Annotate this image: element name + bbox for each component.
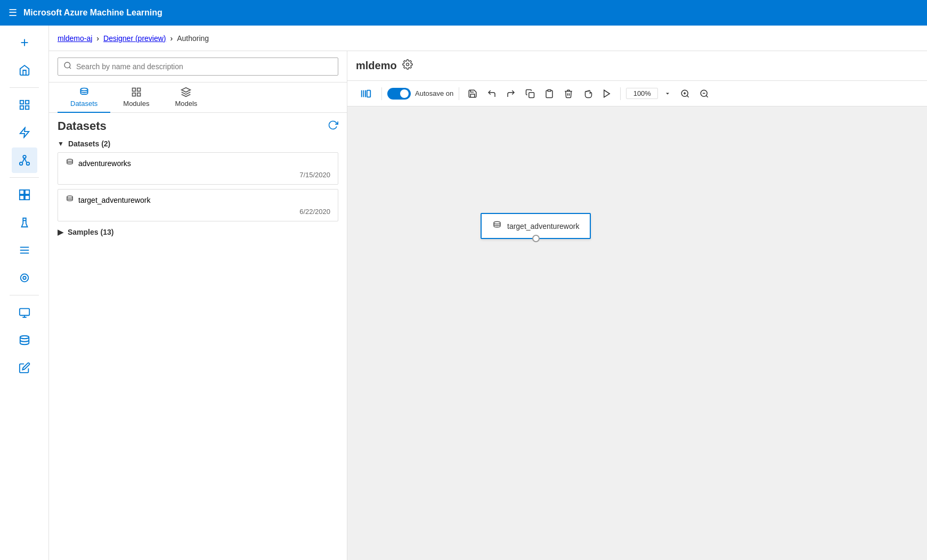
svg-point-20 — [23, 276, 26, 279]
datasets-group-header[interactable]: ▼ Datasets (2) — [58, 139, 338, 148]
zoom-in-button[interactable] — [677, 87, 693, 101]
toolbar-sep-3 — [620, 87, 621, 100]
nav-models-list[interactable] — [12, 237, 37, 263]
undo-button[interactable] — [484, 87, 500, 101]
breadcrumb-bar: mldemo-aj › Designer (preview) › Authori… — [49, 26, 927, 51]
tab-modules[interactable]: Modules — [110, 83, 162, 113]
canvas-toolbar: Autosave on — [347, 81, 927, 106]
settings-icon-button[interactable] — [402, 59, 413, 72]
nav-storage[interactable] — [12, 327, 37, 353]
svg-point-35 — [406, 63, 409, 66]
svg-rect-4 — [25, 106, 28, 109]
samples-chevron-icon: ▶ — [58, 228, 63, 236]
dataset-icon-target — [66, 195, 74, 205]
library-button[interactable] — [356, 86, 376, 102]
datasets-chevron-icon: ▼ — [58, 140, 64, 147]
search-input[interactable] — [76, 62, 332, 71]
svg-point-21 — [20, 274, 28, 282]
redo-button[interactable] — [503, 87, 519, 101]
pan-button[interactable] — [580, 87, 596, 101]
panels-row: Datasets Modules Models Datasets — [49, 51, 927, 560]
toolbar-sep-2 — [459, 87, 459, 100]
breadcrumb-section[interactable]: Designer (preview) — [103, 34, 166, 43]
tab-modules-label: Modules — [123, 100, 149, 108]
dataset-row-1: adventureworks — [66, 158, 330, 169]
app-title: Microsoft Azure Machine Learning — [23, 8, 162, 18]
dataset-name-target: target_adventurework — [78, 196, 150, 204]
svg-point-34 — [67, 196, 73, 198]
datasets-header: Datasets — [58, 119, 338, 133]
dataset-name-adventureworks: adventureworks — [78, 159, 131, 168]
nav-notebooks[interactable] — [12, 355, 37, 381]
canvas-title-area: mldemo — [347, 51, 927, 81]
refresh-button[interactable] — [328, 120, 338, 133]
full-content: mldemo-aj › Designer (preview) › Authori… — [49, 26, 927, 560]
tab-models-label: Models — [175, 100, 197, 108]
canvas-title: mldemo — [356, 60, 397, 72]
svg-point-51 — [494, 221, 500, 224]
svg-point-26 — [64, 62, 70, 68]
datasets-list: Datasets ▼ Datasets (2) — [49, 113, 347, 560]
svg-rect-13 — [25, 190, 29, 194]
nav-metrics[interactable] — [12, 182, 37, 208]
nav-lab[interactable] — [12, 210, 37, 235]
svg-rect-32 — [137, 93, 141, 96]
svg-rect-3 — [25, 101, 28, 104]
zoom-out-button[interactable] — [696, 87, 712, 101]
svg-rect-15 — [25, 195, 29, 200]
nav-designer[interactable] — [12, 147, 37, 173]
nav-compute[interactable] — [12, 300, 37, 325]
toolbar-sep-1 — [381, 87, 382, 100]
samples-group-header[interactable]: ▶ Samples (13) — [58, 228, 338, 236]
dataset-row-2: target_adventurework — [66, 195, 330, 205]
copy-button[interactable] — [522, 87, 538, 101]
run-button[interactable] — [599, 87, 615, 101]
node-connector[interactable] — [532, 235, 540, 242]
svg-rect-31 — [132, 93, 135, 96]
svg-point-9 — [26, 162, 29, 166]
nav-divider-1 — [10, 87, 39, 88]
main-layout: mldemo-aj › Designer (preview) › Authori… — [0, 26, 927, 560]
save-button[interactable] — [465, 87, 481, 101]
svg-marker-6 — [20, 128, 29, 137]
canvas-section: mldemo — [347, 51, 927, 560]
search-container — [49, 51, 347, 83]
nav-home[interactable] — [12, 57, 37, 83]
tab-datasets-label: Datasets — [70, 100, 97, 108]
svg-point-8 — [19, 162, 22, 166]
hamburger-menu[interactable]: ☰ — [9, 7, 17, 19]
nav-divider-2 — [10, 177, 39, 178]
svg-point-7 — [23, 155, 26, 159]
svg-rect-12 — [19, 190, 23, 194]
dataset-date-target: 6/22/2020 — [66, 208, 330, 216]
dataset-date-adventureworks: 7/15/2020 — [66, 171, 330, 179]
nav-endpoints[interactable] — [12, 265, 37, 291]
tabs-bar: Datasets Modules Models — [49, 83, 347, 113]
dataset-item-target[interactable]: target_adventurework 6/22/2020 — [58, 189, 338, 221]
autosave-label: Autosave on — [415, 89, 453, 97]
tab-datasets[interactable]: Datasets — [58, 83, 110, 113]
nav-data[interactable] — [12, 120, 37, 145]
delete-button[interactable] — [560, 87, 576, 101]
search-icon — [63, 61, 72, 72]
zoom-dropdown-button[interactable] — [661, 88, 674, 99]
svg-marker-43 — [666, 93, 669, 94]
dataset-item-adventureworks[interactable]: adventureworks 7/15/2020 — [58, 152, 338, 185]
tab-models[interactable]: Models — [162, 83, 210, 113]
autosave-toggle[interactable] — [387, 88, 411, 100]
left-panel: Datasets Modules Models Datasets — [49, 51, 347, 560]
canvas[interactable]: target_adventurework — [347, 106, 927, 560]
svg-rect-5 — [20, 106, 23, 109]
canvas-node-target[interactable]: target_adventurework — [481, 213, 591, 239]
svg-rect-30 — [137, 88, 141, 92]
svg-rect-39 — [367, 90, 370, 97]
svg-rect-22 — [19, 309, 29, 316]
zoom-display[interactable]: 100% — [626, 88, 658, 99]
breadcrumb-workspace[interactable]: mldemo-aj — [58, 34, 92, 43]
nav-add[interactable] — [12, 30, 37, 55]
dataset-icon-adventureworks — [66, 158, 74, 169]
svg-marker-42 — [604, 90, 610, 97]
paste-button[interactable] — [541, 87, 557, 101]
nav-pipeline[interactable] — [12, 92, 37, 118]
svg-line-11 — [25, 158, 27, 162]
